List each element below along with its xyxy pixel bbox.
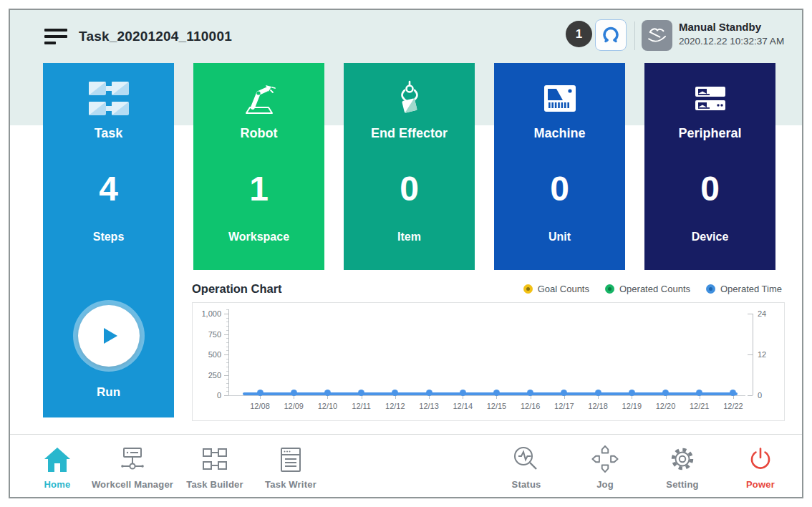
page-title: Task_20201204_110001 xyxy=(79,29,232,44)
top-bar: Task_20201204_110001 1 Manual Standby 20… xyxy=(10,10,802,63)
card-value: 1 xyxy=(193,169,324,208)
card-title: Task xyxy=(43,126,174,141)
legend-label: Operated Time xyxy=(720,284,782,294)
chart-plot-area: 1,00075050025002412012/0812/0912/1012/11… xyxy=(193,303,784,420)
goal-counts-dot-icon xyxy=(523,284,533,294)
card-unit: Device xyxy=(644,231,775,243)
operated-time-dot-icon xyxy=(706,284,715,294)
topbar-divider xyxy=(634,21,635,50)
card-title: Peripheral xyxy=(644,126,775,141)
timestamp: 2020.12.22 10:32:37 AM xyxy=(679,36,784,47)
task-blocks-icon xyxy=(43,79,174,119)
nav-label: Power xyxy=(710,479,803,490)
legend-label: Goal Counts xyxy=(538,284,589,294)
chart-legend: Goal Counts Operated Counts Operated Tim… xyxy=(523,284,782,294)
peripheral-rack-icon xyxy=(644,79,775,119)
operated-counts-dot-icon xyxy=(605,284,614,294)
nav-task-writer[interactable]: Task Writer xyxy=(241,443,341,490)
card-value: 0 xyxy=(344,169,475,208)
hand-icon xyxy=(645,24,670,48)
card-title: Machine xyxy=(494,126,625,141)
notification-badge[interactable]: 1 xyxy=(566,21,592,47)
run-button[interactable] xyxy=(78,305,140,367)
mode-label: Manual Standby xyxy=(679,21,784,33)
gripper-tool-button[interactable] xyxy=(595,19,627,51)
robot-arm-icon xyxy=(193,79,324,119)
legend-operated-counts: Operated Counts xyxy=(605,284,690,294)
play-icon xyxy=(96,323,122,349)
hamburger-menu-icon[interactable] xyxy=(44,29,67,46)
mode-status: Manual Standby 2020.12.22 10:32:37 AM xyxy=(679,21,784,47)
nav-label: Task Writer xyxy=(241,479,341,490)
card-unit: Unit xyxy=(494,231,625,243)
card-peripheral[interactable]: Peripheral 0 Device xyxy=(644,63,775,270)
manual-mode-button[interactable] xyxy=(642,20,672,51)
bottom-navbar: Home Workcell Manager Task xyxy=(10,434,802,497)
card-task[interactable]: Task 4 Steps Run xyxy=(43,63,174,417)
card-unit: Item xyxy=(344,231,475,243)
power-icon xyxy=(710,443,803,473)
run-label: Run xyxy=(43,385,174,400)
card-value: 4 xyxy=(43,169,174,208)
gripper-box-icon xyxy=(344,79,475,119)
card-end-effector[interactable]: End Effector 0 Item xyxy=(344,63,475,270)
app-frame: Task_20201204_110001 1 Manual Standby 20… xyxy=(9,9,803,498)
gripper-icon xyxy=(601,25,621,45)
chart-title: Operation Chart xyxy=(192,282,282,296)
card-robot[interactable]: Robot 1 Workspace xyxy=(193,63,324,270)
card-title: End Effector xyxy=(344,126,475,141)
card-unit: Steps xyxy=(43,231,174,243)
card-title: Robot xyxy=(193,126,324,141)
card-machine[interactable]: Machine 0 Unit xyxy=(494,63,625,270)
machine-icon xyxy=(494,79,625,119)
task-writer-icon xyxy=(241,443,341,473)
legend-operated-time: Operated Time xyxy=(706,284,782,294)
legend-label: Operated Counts xyxy=(619,284,690,294)
card-value: 0 xyxy=(494,169,625,208)
legend-goal-counts: Goal Counts xyxy=(523,284,589,294)
nav-power[interactable]: Power xyxy=(710,443,803,490)
card-unit: Workspace xyxy=(193,231,324,243)
card-value: 0 xyxy=(644,169,775,208)
operation-chart: 1,00075050025002412012/0812/0912/1012/11… xyxy=(192,302,785,421)
